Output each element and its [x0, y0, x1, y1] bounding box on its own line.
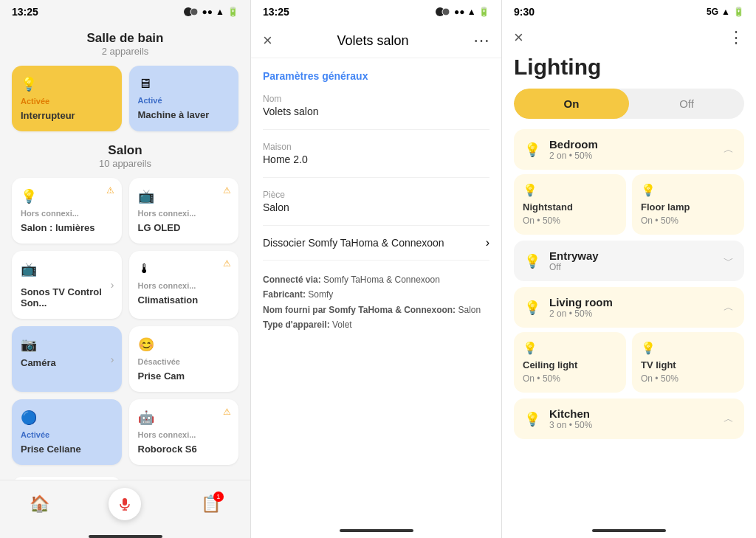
dissocier-link[interactable]: Dissocier Somfy TaHoma & Connexoon ›: [263, 225, 489, 261]
info-connecte: Connecté via: Somfy TaHoma & Connexoon: [263, 272, 489, 287]
panel3-scroll: Lighting On Off 💡 Bedroom 2 on • 50% ︿ 💡…: [502, 49, 756, 526]
device-lumieres[interactable]: 💡 ⚠ Hors connexi... Salon : lumières: [12, 178, 122, 244]
floor-lamp-card[interactable]: 💡 Floor lamp On • 50%: [632, 174, 744, 235]
battery-icon-1: 🔋: [227, 7, 238, 17]
room1-header: Salle de bain 2 appareils: [12, 31, 238, 57]
mic-button[interactable]: [109, 488, 141, 520]
toggle-off[interactable]: Off: [629, 89, 744, 119]
info-block: Connecté via: Somfy TaHoma & Connexoon F…: [263, 272, 489, 333]
time-2: 13:25: [263, 6, 289, 18]
entryway-row[interactable]: 💡 Entryway Off ﹀: [514, 241, 744, 281]
lumieres-icon: 💡: [21, 188, 113, 204]
living-detail: 2 on • 50%: [549, 308, 724, 319]
bedroom-info: Bedroom 2 on • 50%: [549, 138, 724, 161]
room1-subtitle: 2 appareils: [12, 46, 238, 57]
device-prise-cam[interactable]: 😊 Désactivée Prise Cam: [129, 326, 239, 392]
avatar-icon-2: [435, 7, 451, 17]
label-nom: Nom: [263, 94, 489, 104]
nightstand-icon: 💡: [523, 183, 617, 197]
bedroom-detail: 2 on • 50%: [549, 151, 724, 161]
prise-celiane-name: Prise Celiane: [21, 444, 113, 455]
roborock-status: Hors connexi...: [138, 430, 230, 439]
entryway-name: Entryway: [549, 249, 724, 262]
device-sonos[interactable]: 📺 Sonos TV Control Son... ›: [12, 251, 122, 319]
battery-icon-3: 🔋: [733, 7, 744, 17]
clim-icon: 🌡: [138, 261, 230, 277]
room2-title: Salon: [12, 143, 238, 158]
kitchen-detail: 3 on • 50%: [549, 420, 724, 430]
panel2-title: Volets salon: [272, 33, 473, 49]
more-button-2[interactable]: ⋯: [473, 31, 489, 50]
machine-name: Machine à laver: [138, 109, 230, 120]
device-clim[interactable]: 🌡 ⚠ Hors connexi... Climatisation: [129, 251, 239, 319]
value-piece: Salon: [263, 201, 489, 213]
room2-header: Salon 10 appareils: [12, 143, 238, 169]
kitchen-row[interactable]: 💡 Kitchen 3 on • 50% ︿: [514, 399, 744, 439]
home-nav-icon[interactable]: 🏠: [30, 494, 49, 514]
living-icon: 💡: [524, 300, 540, 316]
field-nom: Nom Volets salon: [263, 94, 489, 130]
machine-status: Activé: [138, 96, 230, 105]
wifi-icon-1: ▲: [216, 7, 224, 17]
living-row[interactable]: 💡 Living room 2 on • 50% ︿: [514, 287, 744, 328]
info-nom-fourni: Nom fourni par Somfy TaHoma & Connexoon:…: [263, 303, 489, 317]
floor-lamp-status: On • 50%: [641, 215, 735, 226]
clim-name: Climatisation: [138, 294, 230, 306]
prise-celiane-status: Activée: [21, 430, 113, 439]
status-bar-2: 13:25 ●● ▲ 🔋: [251, 0, 501, 24]
kitchen-icon: 💡: [524, 411, 540, 427]
mic-icon: [117, 497, 132, 511]
sonos-name: Sonos TV Control Son...: [21, 286, 113, 308]
living-info: Living room 2 on • 50%: [549, 296, 724, 319]
entryway-detail: Off: [549, 262, 724, 272]
device-prise-celiane[interactable]: 🔵 Activée Prise Celiane: [12, 399, 122, 465]
room2-subtitle: 10 appareils: [12, 158, 238, 169]
kitchen-name: Kitchen: [549, 407, 724, 420]
bedroom-icon: 💡: [524, 142, 540, 158]
on-off-toggle[interactable]: On Off: [514, 89, 744, 119]
device-machine[interactable]: 🖥 Activé Machine à laver: [129, 66, 239, 131]
toggle-on[interactable]: On: [514, 89, 629, 119]
tv-light-card[interactable]: 💡 TV light On • 50%: [632, 332, 744, 393]
svg-point-1: [190, 8, 198, 15]
washer-icon: 🖥: [138, 76, 230, 92]
bedroom-devices: 💡 Nightstand On • 50% 💡 Floor lamp On • …: [514, 174, 744, 235]
clim-status: Hors connexi...: [138, 281, 230, 290]
panel2-scroll: Paramètres généraux Nom Volets salon Mai…: [251, 58, 501, 526]
panel-salle-de-bain: 13:25 ●● ▲ 🔋 Salle de bain 2 appareils 💡…: [0, 0, 251, 538]
ceiling-light-status: On • 50%: [523, 373, 617, 384]
entryway-icon: 💡: [524, 253, 540, 269]
warn-clim: ⚠: [223, 258, 231, 269]
home-indicator-3: [592, 529, 666, 532]
room-kitchen: 💡 Kitchen 3 on • 50% ︿: [514, 399, 744, 439]
lg-status: Hors connexi...: [138, 209, 230, 218]
living-name: Living room: [549, 296, 724, 308]
roborock-name: Roborock S6: [138, 444, 230, 455]
device-interrupteur[interactable]: 💡 Activée Interrupteur: [12, 66, 122, 131]
lumieres-status: Hors connexi...: [21, 209, 113, 218]
svg-rect-2: [123, 498, 127, 506]
room-bedroom: 💡 Bedroom 2 on • 50% ︿ 💡 Nightstand On •…: [514, 129, 744, 235]
kitchen-chevron: ︿: [724, 413, 734, 426]
entryway-info: Entryway Off: [549, 249, 724, 272]
notes-nav-icon[interactable]: 📋1: [201, 494, 221, 514]
nightstand-card[interactable]: 💡 Nightstand On • 50%: [514, 174, 626, 235]
close-button-2[interactable]: ×: [263, 31, 272, 50]
signal-icon-3: ▲: [721, 7, 730, 17]
label-maison: Maison: [263, 142, 489, 152]
bedroom-chevron: ︿: [724, 143, 734, 156]
ceiling-light-card[interactable]: 💡 Ceiling light On • 50%: [514, 332, 626, 393]
home-indicator-1: [89, 535, 162, 538]
room1-title: Salle de bain: [12, 31, 238, 46]
close-button-3[interactable]: ×: [514, 28, 523, 47]
device-roborock[interactable]: 🤖 ⚠ Hors connexi... Roborock S6: [129, 399, 239, 465]
prise-cam-icon: 😊: [138, 337, 230, 353]
bedroom-row[interactable]: 💡 Bedroom 2 on • 50% ︿: [514, 129, 744, 170]
device-volets[interactable]: ⊞ ⚠ Hors connexi... Volets salon: [12, 477, 122, 480]
device-camera[interactable]: 📷 Caméra ›: [12, 326, 122, 392]
living-devices: 💡 Ceiling light On • 50% 💡 TV light On •…: [514, 332, 744, 393]
prise-celiane-icon: 🔵: [21, 410, 113, 426]
device-lg[interactable]: 📺 ⚠ Hors connexi... LG OLED: [129, 178, 239, 244]
5g-icon: 5G: [707, 7, 718, 17]
more-button-3[interactable]: ⋮: [728, 28, 744, 47]
